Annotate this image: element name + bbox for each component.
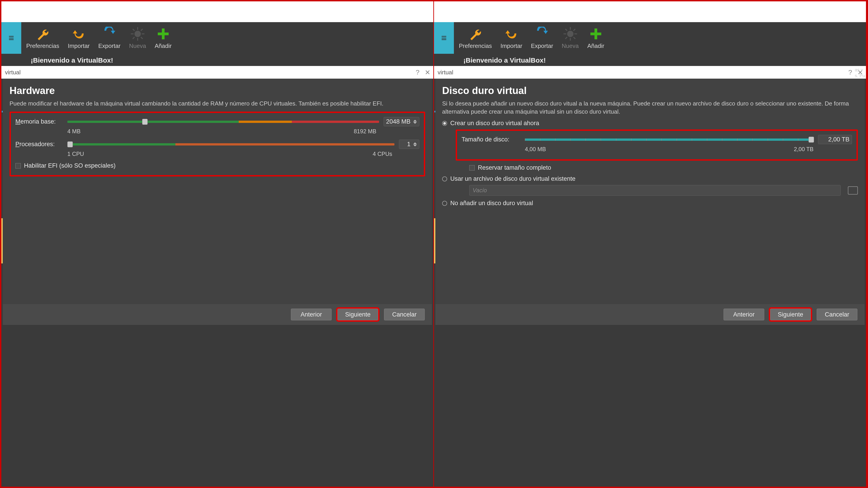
toolbar-add[interactable]: Añadir bbox=[155, 27, 172, 50]
wrench-icon bbox=[468, 27, 483, 41]
memory-min: 4 MB bbox=[67, 128, 81, 135]
svg-line-8 bbox=[133, 37, 134, 39]
toolbar-new-label: Nueva bbox=[129, 42, 146, 50]
dialog-body-disk: Disco duro virtual Si lo desea puede aña… bbox=[435, 78, 865, 325]
cancel-button[interactable]: Cancelar bbox=[817, 308, 857, 320]
dialog-titlebar: virtual ? ✕ bbox=[434, 66, 866, 78]
toolbar-preferences[interactable]: Preferencias bbox=[459, 27, 492, 50]
toolbar-add[interactable]: Añadir bbox=[587, 27, 604, 50]
efi-label: Habilitar EFI (sólo SO especiales) bbox=[24, 162, 116, 169]
export-icon bbox=[535, 27, 549, 41]
help-button[interactable]: ? bbox=[412, 68, 421, 76]
disk-size-value[interactable]: 2,00 TB bbox=[818, 135, 852, 144]
toolbar-new: Nueva bbox=[562, 27, 579, 50]
memory-label: MMemoria base:emoria base: bbox=[16, 118, 63, 125]
close-button[interactable]: ✕ bbox=[421, 68, 430, 76]
button-bar: Anterior Siguiente Cancelar bbox=[435, 304, 865, 325]
window-top-strip bbox=[434, 1, 866, 22]
radio-use-existing[interactable]: Usar un archivo de disco duro virtual ex… bbox=[442, 175, 858, 182]
sidebar-handle[interactable]: ≡ bbox=[434, 22, 454, 54]
svg-line-19 bbox=[565, 29, 567, 31]
disk-size-slider[interactable] bbox=[525, 136, 813, 143]
dialog-titlebar: virtual ? ✕ bbox=[1, 66, 433, 78]
existing-disk-select[interactable]: Vacío bbox=[469, 185, 841, 196]
toolbar-preferences-label: Preferencias bbox=[26, 42, 59, 50]
help-button[interactable]: ? bbox=[844, 68, 853, 76]
cpu-value-input[interactable]: 1 bbox=[399, 140, 419, 149]
sun-icon bbox=[563, 27, 578, 41]
radio-icon bbox=[442, 201, 447, 206]
export-icon bbox=[102, 27, 117, 41]
disk-desc: Si lo desea puede añadir un nuevo disco … bbox=[442, 99, 858, 116]
plus-icon bbox=[589, 27, 603, 41]
button-bar: Anterior Siguiente Cancelar bbox=[3, 304, 432, 325]
back-button[interactable]: Anterior bbox=[291, 308, 332, 320]
toolbar-add-label: Añadir bbox=[587, 42, 604, 50]
svg-line-6 bbox=[141, 37, 143, 39]
welcome-heading: ¡Bienvenido a VirtualBox! bbox=[1, 54, 433, 66]
radio-no-disk[interactable]: No añadir un disco duro virtual No añadi… bbox=[442, 200, 858, 207]
memory-slider[interactable] bbox=[67, 119, 379, 125]
toolbar-export[interactable]: Exportar bbox=[531, 27, 553, 50]
toolbar-import-label: Importar bbox=[68, 42, 90, 50]
main-toolbar: Preferencias Importar Exportar Nueva Aña… bbox=[434, 22, 866, 54]
plus-icon bbox=[156, 27, 170, 41]
window-top-strip bbox=[1, 1, 433, 22]
highlight-box: Tamaño de disco: 2,00 TB 4,00 MB 2,00 TB bbox=[456, 129, 858, 161]
next-button[interactable]: Siguiente bbox=[770, 308, 811, 320]
cpu-max: 4 CPUs bbox=[373, 151, 392, 157]
disk-size-max: 2,00 TB bbox=[794, 146, 813, 153]
toolbar-new: Nueva bbox=[129, 27, 146, 50]
toolbar-import[interactable]: Importar bbox=[500, 27, 522, 50]
dialog-title-text: virtual bbox=[438, 69, 453, 76]
cancel-button[interactable]: Cancelar bbox=[384, 308, 425, 320]
cpu-label: Procesadores: bbox=[16, 141, 63, 148]
toolbar-export-label: Exportar bbox=[531, 42, 553, 50]
toolbar-export[interactable]: Exportar bbox=[98, 27, 121, 50]
radio-no-disk-label: No añadir un disco duro virtual bbox=[450, 200, 533, 207]
next-button[interactable]: Siguiente bbox=[338, 308, 378, 320]
sidebar-handle[interactable]: ≡ bbox=[1, 22, 21, 54]
highlight-box: MMemoria base:emoria base: 2048 MB 4 MB … bbox=[9, 111, 425, 176]
wrench-icon bbox=[35, 27, 50, 41]
disk-title: Disco duro virtual bbox=[442, 85, 858, 96]
back-button[interactable]: Anterior bbox=[723, 308, 764, 320]
toolbar-preferences[interactable]: Preferencias bbox=[26, 27, 59, 50]
svg-line-20 bbox=[574, 37, 575, 39]
radio-icon bbox=[442, 176, 447, 182]
hardware-title: Hardware bbox=[9, 85, 425, 96]
welcome-heading: ¡Bienvenido a VirtualBox! bbox=[434, 54, 866, 66]
svg-point-0 bbox=[134, 31, 141, 37]
folder-icon[interactable] bbox=[848, 186, 858, 195]
svg-point-14 bbox=[567, 31, 574, 37]
reserve-full-size-checkbox[interactable]: Reservar tamaño completo bbox=[456, 164, 858, 171]
cpu-slider[interactable] bbox=[67, 141, 395, 148]
dialog-body-hardware: Hardware Puede modificar el hardware de … bbox=[3, 78, 432, 325]
disk-size-min: 4,00 MB bbox=[525, 146, 546, 153]
main-toolbar: Preferencias Importar Exportar Nueva Aña… bbox=[1, 22, 433, 54]
radio-create-disk-label: Crear un disco duro virtual ahora bbox=[450, 120, 539, 127]
hardware-desc: Puede modificar el hardware de la máquin… bbox=[9, 99, 425, 107]
efi-checkbox-row[interactable]: Habilitar EFI (sólo SO especiales) bbox=[16, 162, 419, 169]
reserve-full-size-label: Reservar tamaño completo bbox=[478, 164, 551, 171]
toolbar-import[interactable]: Importar bbox=[68, 27, 90, 50]
sun-icon bbox=[130, 27, 145, 41]
toolbar-import-label: Importar bbox=[500, 42, 522, 50]
disk-size-label: Tamaño de disco: bbox=[462, 136, 520, 143]
memory-value-input[interactable]: 2048 MB bbox=[383, 117, 419, 126]
radio-icon bbox=[442, 121, 447, 126]
svg-line-7 bbox=[141, 29, 143, 31]
toolbar-preferences-label: Preferencias bbox=[459, 42, 492, 50]
radio-create-disk[interactable]: Crear un disco duro virtual ahora Crear … bbox=[442, 120, 858, 127]
checkbox-icon bbox=[16, 163, 21, 168]
svg-line-5 bbox=[133, 29, 134, 31]
import-icon bbox=[71, 27, 86, 41]
svg-line-21 bbox=[574, 29, 575, 31]
cpu-min: 1 CPU bbox=[67, 151, 84, 157]
dialog-title-text: virtual bbox=[5, 69, 21, 76]
radio-use-existing-label: Usar un archivo de disco duro virtual ex… bbox=[450, 175, 576, 182]
toolbar-export-label: Exportar bbox=[98, 42, 121, 50]
toolbar-add-label: Añadir bbox=[155, 42, 172, 50]
import-icon bbox=[504, 27, 519, 41]
checkbox-icon bbox=[469, 165, 475, 170]
